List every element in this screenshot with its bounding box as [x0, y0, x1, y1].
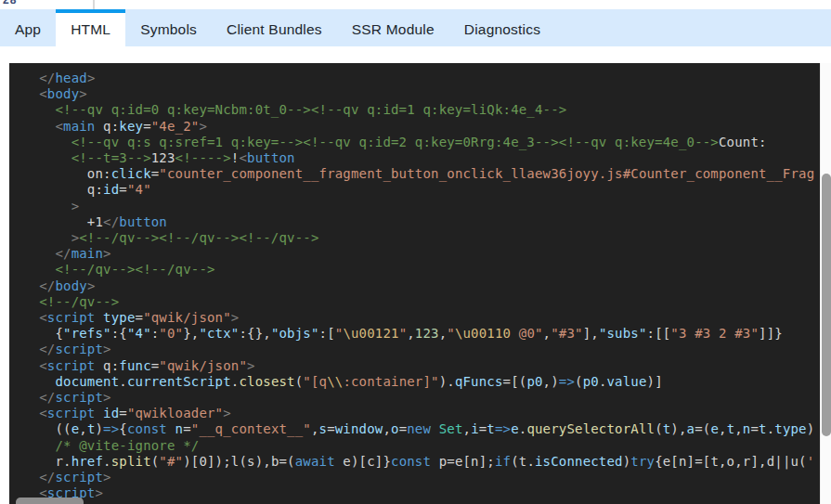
- code-line: <script>: [23, 485, 820, 501]
- tab-symbols[interactable]: Symbols: [125, 9, 212, 46]
- code-line: </script>: [23, 470, 820, 485]
- tab-client-bundles-label: Client Bundles: [227, 21, 322, 38]
- code-line: on:click="counter_component__fragment_bu…: [23, 166, 820, 182]
- code-line: <!--t=3-->123<!---->!<button: [23, 150, 820, 166]
- code-line: q:id="4": [23, 182, 820, 198]
- code-line: </main>: [23, 246, 820, 262]
- code-line: <!--qv q:s q:sref=1 q:key=--><!--qv q:id…: [23, 135, 820, 150]
- tab-ssr-module-label: SSR Module: [352, 21, 435, 38]
- code-line: /* @vite-ignore */: [23, 438, 820, 454]
- code-line: <!--/qv-->: [23, 294, 820, 310]
- code-line: </head>: [23, 71, 820, 86]
- code-line: </script>: [23, 342, 820, 357]
- code-line: ><!--/qv--><!--/qv--><!--/qv-->: [23, 230, 820, 246]
- code-line: <body>: [23, 86, 820, 102]
- vertical-scrollbar[interactable]: [820, 63, 831, 504]
- code-line: <!--qv q:id=0 q:key=Ncbm:0t_0--><!--qv q…: [23, 102, 820, 118]
- tab-diagnostics[interactable]: Diagnostics: [449, 9, 555, 46]
- horizontal-scrollbar-thumb[interactable]: [16, 498, 84, 504]
- tab-symbols-label: Symbols: [140, 21, 197, 38]
- top-edge-strip: 28: [0, 0, 831, 9]
- code-line: >: [23, 199, 820, 214]
- tab-app-label: App: [15, 21, 41, 38]
- code-line: </body>: [23, 278, 820, 294]
- tab-diagnostics-label: Diagnostics: [464, 21, 540, 38]
- code-line: <main q:key="4e_2">: [23, 119, 820, 135]
- code-line: <script q:func="qwik/json">: [23, 358, 820, 374]
- code-line: +1</button: [23, 214, 820, 230]
- code-line: </script>: [23, 390, 820, 406]
- vertical-scrollbar-thumb[interactable]: [822, 174, 831, 436]
- code-content: </head> <body> <!--qv q:id=0 q:key=Ncbm:…: [23, 71, 820, 501]
- tab-ssr-module[interactable]: SSR Module: [337, 9, 449, 46]
- code-line: <!--/qv--><!--/qv-->: [23, 262, 820, 278]
- tab-html-label: HTML: [71, 21, 110, 38]
- tab-app[interactable]: App: [0, 9, 56, 46]
- clipped-top-text: 28: [3, 0, 17, 6]
- code-line: <script id="qwikloader">: [23, 406, 820, 421]
- code-line: <script type="qwik/json">: [23, 310, 820, 326]
- code-line: {"refs":{"4":"0"},"ctx":{},"objs":["\u00…: [23, 326, 820, 342]
- top-divider-line: [93, 0, 95, 9]
- tab-html[interactable]: HTML: [56, 9, 125, 46]
- code-line: ((e,t)=>{const n="__q_context__",s=windo…: [23, 421, 820, 437]
- tab-client-bundles[interactable]: Client Bundles: [212, 9, 337, 46]
- html-source-viewer[interactable]: </head> <body> <!--qv q:id=0 q:key=Ncbm:…: [9, 63, 820, 504]
- tab-bar: App HTML Symbols Client Bundles SSR Modu…: [0, 9, 831, 46]
- code-line: r.href.split("#")[0]);l(s),b=(await e)[c…: [23, 454, 820, 470]
- code-line: document.currentScript.closest("[q\\:con…: [23, 374, 820, 390]
